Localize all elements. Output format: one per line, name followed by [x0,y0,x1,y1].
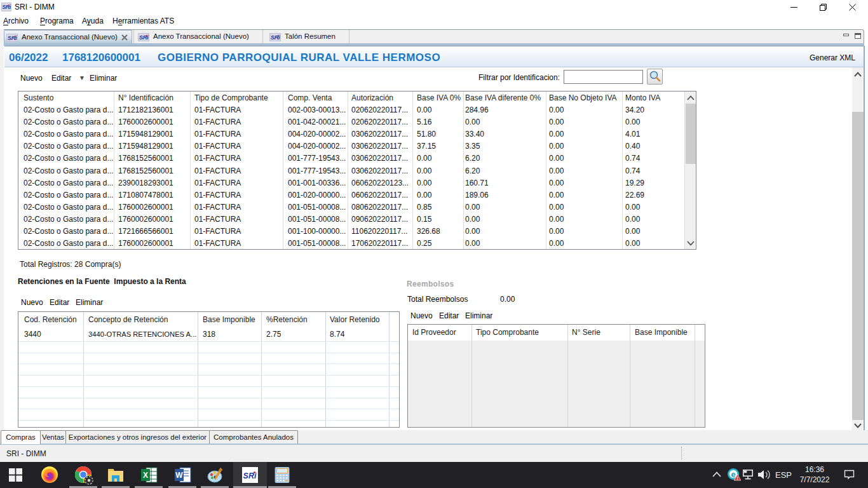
svg-text:e: e [731,470,735,479]
svg-text:!: ! [736,476,738,480]
svg-text:X: X [143,471,148,480]
svg-text:W: W [175,471,183,480]
